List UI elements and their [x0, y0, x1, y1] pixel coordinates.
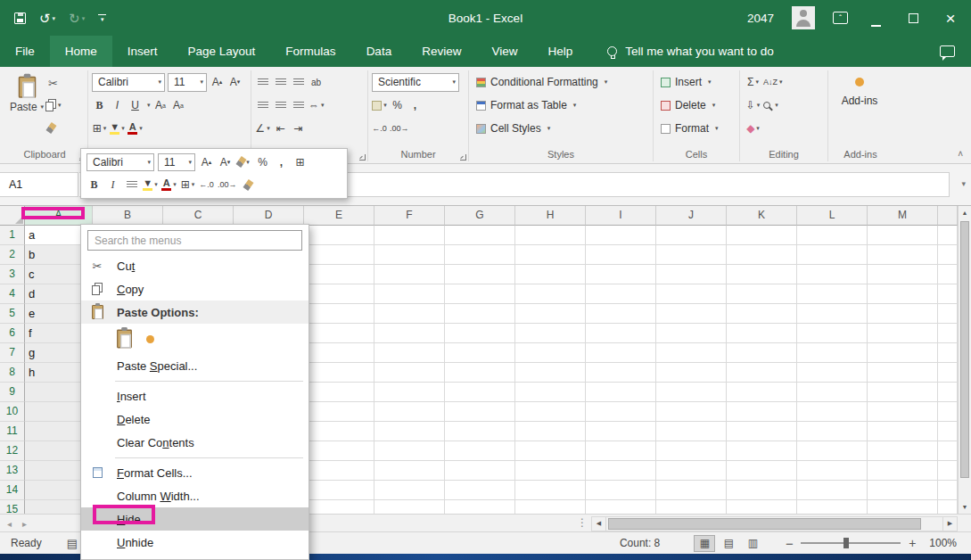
tab-data[interactable]: Data: [351, 36, 407, 67]
cell-i4[interactable]: [586, 284, 656, 304]
cell-k15[interactable]: [727, 500, 797, 514]
cell-i1[interactable]: [586, 226, 656, 245]
superscript-button[interactable]: Aa: [153, 96, 169, 115]
cell-m7[interactable]: [868, 343, 938, 363]
menu-item-hide[interactable]: Hide: [81, 507, 309, 531]
cell-i14[interactable]: [586, 481, 656, 500]
column-header-c[interactable]: C: [163, 206, 234, 226]
user-avatar[interactable]: [792, 6, 815, 29]
cell-m12[interactable]: [868, 441, 938, 461]
select-all-corner[interactable]: [0, 206, 25, 226]
cell-m10[interactable]: [868, 402, 938, 422]
cell-g3[interactable]: [445, 265, 515, 284]
horizontal-scroll-thumb[interactable]: [608, 518, 921, 530]
dialog-launcher-icon[interactable]: [359, 154, 366, 161]
align-middle-button[interactable]: [273, 73, 288, 92]
cell-e14[interactable]: [304, 481, 374, 500]
menu-item-paste-special[interactable]: Paste Special...: [81, 354, 309, 377]
cell-l4[interactable]: [797, 284, 868, 304]
cell-k5[interactable]: [727, 304, 797, 324]
cell-e13[interactable]: [304, 461, 374, 481]
normal-view-button[interactable]: ▦: [694, 535, 715, 552]
decrease-indent-button[interactable]: ⇤: [273, 119, 288, 138]
row-header-7[interactable]: 7: [0, 343, 25, 363]
subscript-button[interactable]: Aa: [171, 96, 186, 115]
decrease-font-size-button[interactable]: A▾: [227, 73, 243, 92]
cell-j6[interactable]: [656, 324, 727, 343]
cell-j15[interactable]: [656, 500, 727, 514]
cell-i11[interactable]: [586, 422, 656, 441]
paste-option-addin-icon[interactable]: [146, 335, 154, 343]
clear-button[interactable]: ◆▾: [745, 119, 761, 138]
tab-formulas[interactable]: Formulas: [270, 36, 350, 67]
row-header-4[interactable]: 4: [0, 284, 25, 304]
row-header-14[interactable]: 14: [0, 481, 25, 500]
fill-button[interactable]: ⇩▾: [745, 96, 761, 115]
paste-button[interactable]: Paste▾: [5, 70, 48, 148]
column-header-g[interactable]: G: [445, 206, 515, 226]
mini-merge-button[interactable]: ⊞: [292, 152, 308, 171]
cell-m8[interactable]: [868, 363, 938, 383]
column-header-h[interactable]: H: [515, 206, 586, 226]
tab-help[interactable]: Help: [532, 36, 588, 67]
format-cells-button[interactable]: Format▾: [661, 117, 736, 140]
cell-h10[interactable]: [515, 402, 586, 422]
cell-l11[interactable]: [797, 422, 868, 441]
cell-g7[interactable]: [445, 343, 515, 363]
cell-m5[interactable]: [868, 304, 938, 324]
cell-e2[interactable]: [304, 245, 374, 265]
cell-e7[interactable]: [304, 343, 374, 363]
font-size-combo[interactable]: 11▾: [168, 73, 207, 92]
cell-l2[interactable]: [797, 245, 868, 265]
mini-increase-decimal-button[interactable]: ←.0: [199, 176, 214, 194]
customize-quick-access-icon[interactable]: ▾: [98, 14, 106, 22]
tab-view[interactable]: View: [476, 36, 532, 67]
cell-g12[interactable]: [445, 441, 515, 461]
number-format-combo[interactable]: Scientific▾: [372, 73, 459, 92]
column-header-l[interactable]: L: [797, 206, 868, 226]
format-as-table-button[interactable]: Format as Table▾: [476, 94, 649, 117]
cell-h9[interactable]: [515, 383, 586, 402]
row-header-9[interactable]: 9: [0, 383, 25, 402]
cell-i5[interactable]: [586, 304, 656, 324]
mini-font-size-combo[interactable]: 11▾: [158, 153, 195, 171]
expand-formula-bar-icon[interactable]: ▾: [961, 179, 966, 188]
row-header-1[interactable]: 1: [0, 226, 25, 245]
cut-button[interactable]: ✂: [48, 74, 62, 92]
menu-item-paste-option-buttons[interactable]: [81, 324, 309, 354]
cell-e6[interactable]: [304, 324, 374, 343]
cell-f11[interactable]: [374, 422, 445, 441]
tab-insert[interactable]: Insert: [112, 36, 173, 67]
column-header-i[interactable]: I: [586, 206, 656, 226]
cell-f14[interactable]: [374, 481, 445, 500]
zoom-slider[interactable]: [801, 542, 901, 544]
cell-h3[interactable]: [515, 265, 586, 284]
mini-bold-button[interactable]: B: [86, 176, 102, 194]
cell-m13[interactable]: [868, 461, 938, 481]
cell-m2[interactable]: [868, 245, 938, 265]
cell-l13[interactable]: [797, 461, 868, 481]
cell-k1[interactable]: [727, 226, 797, 245]
zoom-slider-thumb[interactable]: [843, 538, 849, 548]
cell-j2[interactable]: [656, 245, 727, 265]
cell-k6[interactable]: [727, 324, 797, 343]
cell-k10[interactable]: [727, 402, 797, 422]
row-header-5[interactable]: 5: [0, 304, 25, 324]
mini-font-color-button[interactable]: A▾: [161, 176, 177, 194]
italic-button[interactable]: I: [110, 96, 125, 115]
mini-format-painter-button[interactable]: ▾: [236, 152, 251, 171]
column-header-e[interactable]: E: [304, 206, 374, 226]
cell-e10[interactable]: [304, 402, 374, 422]
maximize-button[interactable]: [903, 11, 923, 26]
cell-g1[interactable]: [445, 226, 515, 245]
page-layout-view-button[interactable]: ▤: [718, 535, 739, 552]
align-center-button[interactable]: [273, 96, 288, 115]
menu-item-column-width[interactable]: Column Width...: [81, 484, 309, 507]
cell-f7[interactable]: [374, 343, 445, 363]
cell-l7[interactable]: [797, 343, 868, 363]
mini-percent-button[interactable]: %: [255, 152, 270, 171]
cell-l3[interactable]: [797, 265, 868, 284]
dialog-launcher-icon[interactable]: [460, 154, 466, 161]
save-icon[interactable]: [14, 12, 26, 24]
decrease-decimal-button[interactable]: .00→: [390, 119, 409, 138]
